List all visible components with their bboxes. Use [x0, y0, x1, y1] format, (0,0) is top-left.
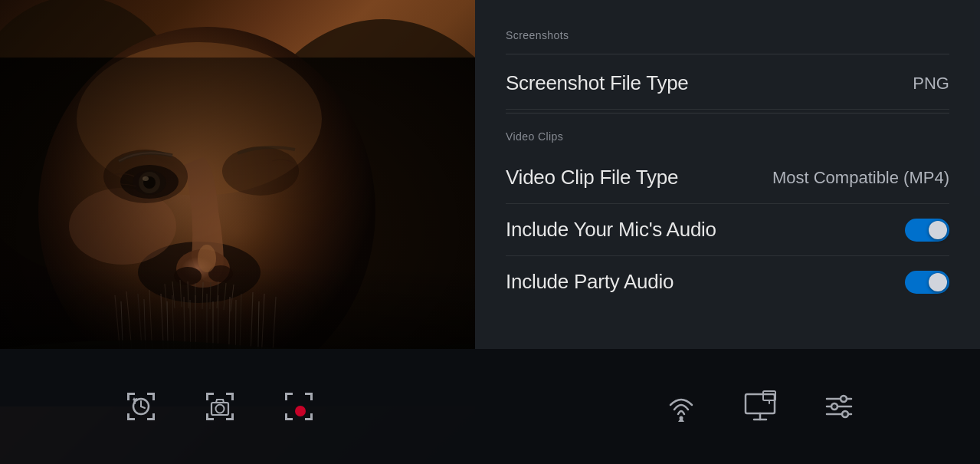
include-mic-audio-row[interactable]: Include Your Mic's Audio [506, 204, 949, 256]
include-party-audio-track[interactable] [905, 271, 949, 294]
svg-rect-85 [310, 413, 313, 420]
svg-rect-59 [152, 393, 155, 400]
svg-rect-83 [285, 413, 287, 420]
svg-point-99 [842, 411, 848, 417]
svg-rect-63 [152, 413, 155, 420]
include-party-audio-row[interactable]: Include Party Audio [506, 256, 949, 308]
monitor-button[interactable] [742, 388, 778, 425]
settings-panel: Screenshots Screenshot File Type PNG Vid… [475, 0, 980, 349]
broadcast-button[interactable] [663, 388, 700, 425]
capture-history-button[interactable] [123, 388, 159, 425]
svg-rect-75 [231, 413, 234, 420]
svg-rect-73 [206, 413, 208, 420]
screenshot-file-type-row[interactable]: Screenshot File Type PNG [506, 58, 949, 110]
svg-point-86 [295, 406, 306, 416]
screenshot-button[interactable] [202, 388, 238, 425]
include-mic-audio-thumb [929, 221, 947, 239]
video-clip-file-type-value: Most Compatible (MP4) [772, 168, 949, 188]
video-clip-file-type-row[interactable]: Video Clip File Type Most Compatible (MP… [506, 152, 949, 204]
svg-point-95 [841, 396, 847, 402]
screenshots-section-label: Screenshots [506, 15, 949, 51]
screenshot-file-type-value: PNG [913, 74, 949, 94]
video-clips-section-label: Video Clips [506, 117, 949, 152]
svg-rect-71 [231, 393, 234, 400]
svg-rect-79 [285, 393, 287, 400]
svg-line-66 [141, 406, 145, 408]
divider-1 [506, 54, 949, 54]
svg-rect-81 [310, 393, 313, 400]
include-mic-audio-track[interactable] [905, 219, 949, 242]
bottom-toolbar [0, 349, 980, 464]
svg-rect-69 [206, 393, 208, 400]
svg-point-97 [831, 403, 837, 410]
svg-rect-57 [127, 393, 129, 400]
svg-rect-89 [746, 394, 775, 413]
include-party-audio-toggle[interactable] [905, 271, 949, 294]
divider-2 [506, 113, 949, 114]
svg-rect-61 [127, 413, 129, 420]
svg-marker-88 [678, 417, 684, 422]
include-party-audio-thumb [929, 273, 947, 291]
svg-point-77 [216, 405, 225, 413]
include-party-audio-label: Include Party Audio [506, 270, 674, 294]
svg-rect-92 [763, 391, 775, 400]
record-button[interactable] [280, 388, 317, 425]
settings-button[interactable] [821, 388, 857, 425]
include-mic-audio-label: Include Your Mic's Audio [506, 218, 716, 242]
include-mic-audio-toggle[interactable] [905, 219, 949, 242]
video-clip-file-type-label: Video Clip File Type [506, 166, 678, 189]
screenshot-file-type-label: Screenshot File Type [506, 71, 689, 95]
